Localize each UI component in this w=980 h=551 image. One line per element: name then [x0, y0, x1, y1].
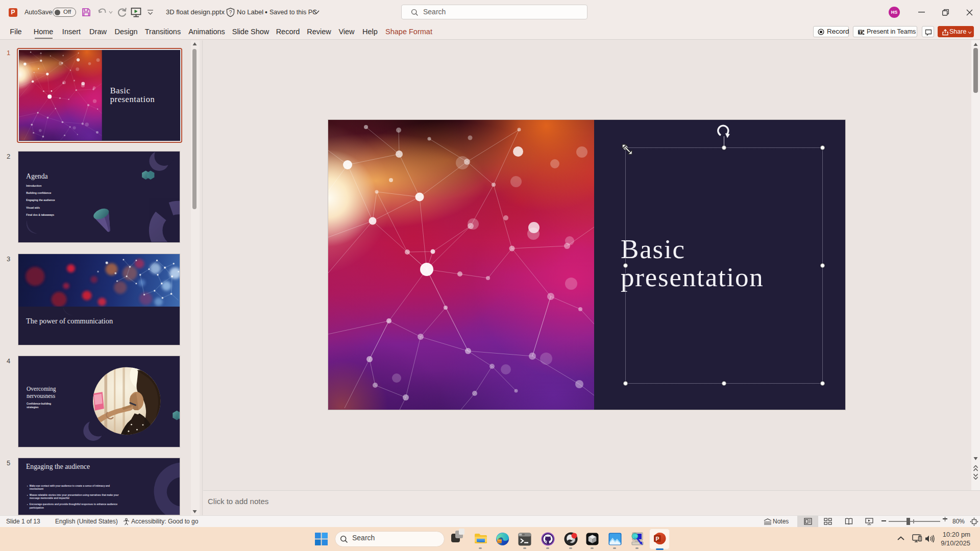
svg-text:?: ?: [229, 10, 232, 15]
svg-text:P: P: [655, 536, 659, 542]
svg-text:T: T: [859, 30, 862, 35]
